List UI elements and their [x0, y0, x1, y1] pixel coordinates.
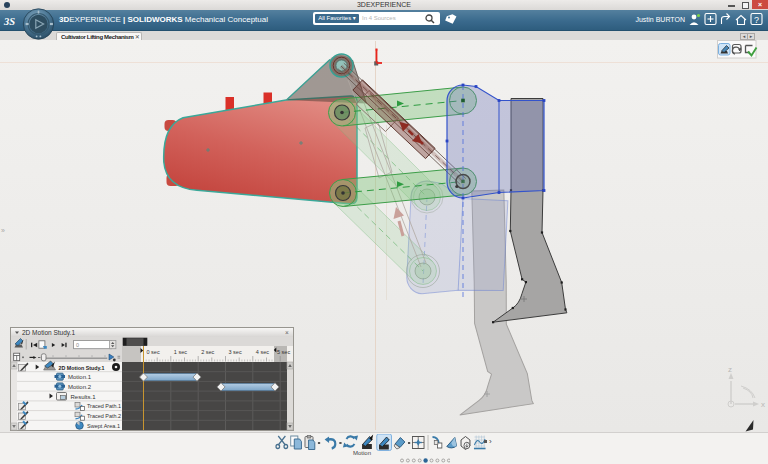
svg-text:Swept Area.1: Swept Area.1 — [87, 423, 121, 429]
svg-text:3 sec: 3 sec — [229, 349, 242, 355]
svg-text:5 sec: 5 sec — [277, 349, 290, 355]
svg-text:?: ? — [754, 15, 759, 25]
svg-text:x: x — [761, 400, 765, 409]
svg-text:×: × — [285, 329, 289, 336]
svg-text:Traced Path.1: Traced Path.1 — [87, 403, 122, 409]
svg-text:Motion.1: Motion.1 — [68, 374, 92, 380]
svg-text:Results.1: Results.1 — [71, 394, 97, 400]
svg-text:z: z — [728, 365, 732, 374]
svg-text:3S: 3S — [3, 16, 15, 27]
svg-text:2D Motion Study.1: 2D Motion Study.1 — [59, 365, 106, 371]
svg-text:4 sec: 4 sec — [256, 349, 269, 355]
svg-text:2 sec: 2 sec — [201, 349, 214, 355]
svg-text:0 sec: 0 sec — [147, 349, 160, 355]
svg-text:Motion.2: Motion.2 — [68, 384, 92, 390]
svg-text:Traced Path.2: Traced Path.2 — [87, 413, 122, 419]
svg-text:»: » — [1, 227, 5, 234]
svg-text:2D Motion Study.1: 2D Motion Study.1 — [22, 329, 75, 337]
svg-text:0: 0 — [76, 342, 79, 348]
svg-text:1 sec: 1 sec — [174, 349, 187, 355]
